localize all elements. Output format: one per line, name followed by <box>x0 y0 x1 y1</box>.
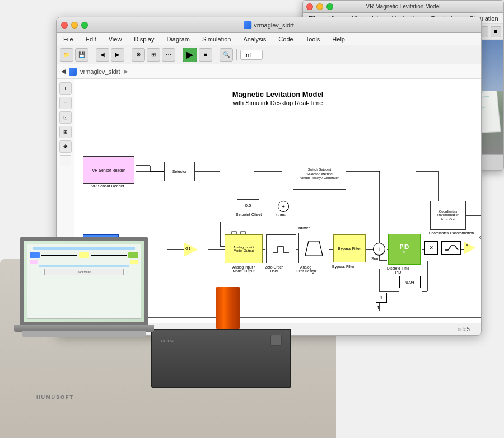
pid-text: PID <box>400 244 409 250</box>
laptop-mini-diagram: Plant Model <box>27 244 141 319</box>
pid-block[interactable]: PID ⊕ <box>388 234 421 265</box>
switch-label: Switch SetpointSelection MethodVirtual R… <box>300 168 339 181</box>
vr-sensor-reader-label: VR Sensor Reader <box>91 184 124 188</box>
coordinates-text: CoordinatesTransformation <box>437 210 459 216</box>
address-back-arrow[interactable]: ◀ <box>61 68 66 75</box>
hardware-box: CE152 <box>151 329 291 388</box>
humusoft-brand-label: HUMUSOFT <box>36 394 74 400</box>
bypass-filter-text: Bypass Filter <box>338 247 361 251</box>
selector-block[interactable]: Selector <box>164 162 195 181</box>
coordinates-block[interactable]: CoordinatesTransformation In → Out <box>430 201 466 230</box>
vr-maximize-button[interactable] <box>326 3 333 10</box>
toolbar-play-button[interactable]: ▶ <box>183 48 197 62</box>
mini-block-2 <box>39 265 129 267</box>
simulink-maximize-button[interactable] <box>81 22 88 29</box>
multiply-block[interactable]: × <box>424 241 438 255</box>
vr-sensor-reader-block[interactable]: VR Sensor Reader <box>83 156 134 184</box>
simulink-menu-bar: File Edit View Display Diagram Simulatio… <box>57 33 481 45</box>
mini-plant-box: Plant Model <box>44 269 123 275</box>
analog-input-model-label: Analog Input /Model Output <box>225 265 263 273</box>
sum-main-block[interactable]: + <box>373 243 385 255</box>
toolbar-layout-btn[interactable]: ⊞ <box>147 48 160 62</box>
sum2-block[interactable]: + <box>278 201 289 212</box>
address-model-name: vrmaglev_sldrt <box>80 68 120 75</box>
simulink-address-bar: ◀ vrmaglev_sldrt ▶ <box>57 64 481 79</box>
selector-label: Selector <box>172 169 187 173</box>
simulink-titlebar: vrmaglev_sldrt <box>57 17 481 33</box>
menu-view[interactable]: View <box>106 35 124 44</box>
simulink-icon <box>244 21 251 29</box>
simulink-window-title: vrmaglev_sldrt <box>244 21 294 29</box>
toolbar-save-btn[interactable]: 💾 <box>75 48 88 62</box>
mini-blue-1 <box>30 252 40 258</box>
zoh-block[interactable] <box>266 234 296 263</box>
transfer-block[interactable] <box>441 241 461 255</box>
sum-label: Sum <box>371 257 379 261</box>
simulink-minimize-button[interactable] <box>71 22 78 29</box>
address-model-icon <box>69 68 77 76</box>
address-chevron: ▶ <box>124 68 128 74</box>
analog-filter-block[interactable] <box>298 233 329 263</box>
buffer-label: buffer <box>298 225 310 230</box>
mini-row-2 <box>30 260 138 264</box>
simulink-toolbar: 📁 💾 ◀ ▶ ⚙ ⊞ ⋯ ▶ ■ 🔍 Inf <box>57 45 481 64</box>
menu-analysis[interactable]: Analysis <box>241 35 268 44</box>
sidebar-fit-all[interactable]: ⊞ <box>59 126 72 138</box>
toolbar-zoom-btn[interactable]: 🔍 <box>220 48 233 62</box>
menu-diagram[interactable]: Diagram <box>164 35 192 44</box>
toolbar-sep2 <box>128 49 128 60</box>
sidebar-checkbox[interactable] <box>60 155 71 166</box>
laptop-screen-content: Plant Model <box>24 241 144 322</box>
menu-simulation[interactable]: Simulation <box>200 35 233 44</box>
sidebar-zoom-out[interactable]: − <box>59 97 72 109</box>
zoh-label: Zero-OrderHold <box>265 265 283 273</box>
menu-file[interactable]: File <box>61 35 76 44</box>
toolbar-simulation-time[interactable]: Inf <box>240 50 263 60</box>
sidebar-zoom-in[interactable]: + <box>59 82 72 95</box>
magnetic-plant-block[interactable]: y - output voltage u - Input voltage [MU… <box>130 317 481 323</box>
toolbar-stop-btn[interactable]: ■ <box>199 48 212 62</box>
toolbar-back-btn[interactable]: ◀ <box>96 48 109 62</box>
vr-nav-btn10[interactable]: ⏹ <box>491 26 501 37</box>
menu-code[interactable]: Code <box>276 35 295 44</box>
vr-close-button[interactable] <box>306 3 313 10</box>
bypass-filter-label: Bypass Filter <box>332 265 354 269</box>
menu-edit[interactable]: Edit <box>83 35 99 44</box>
sidebar-fit[interactable]: ⊡ <box>59 111 72 124</box>
g2-label: G2 <box>479 236 481 239</box>
menu-display[interactable]: Display <box>132 35 156 44</box>
toolbar-forward-btn[interactable]: ▶ <box>111 48 124 62</box>
mini-wire3 <box>39 262 129 262</box>
toolbar-dots-btn[interactable]: ⋯ <box>162 48 175 62</box>
toolbar-settings-btn[interactable]: ⚙ <box>132 48 145 62</box>
mini-wire <box>41 255 77 256</box>
vr-window-title: VR Magnetic Levitation Model <box>366 3 441 10</box>
setpoint-const-block[interactable]: 0.5 <box>237 199 259 211</box>
sidebar-pan[interactable]: ✥ <box>59 140 72 153</box>
menu-help[interactable]: Help <box>330 35 347 44</box>
bypass-filter-block[interactable]: Bypass Filter <box>333 234 366 262</box>
switch-setpoint-block[interactable]: Switch SetpointSelection MethodVirtual R… <box>293 159 346 190</box>
svg-text:1: 1 <box>377 305 380 310</box>
vr-minimize-button[interactable] <box>316 3 323 10</box>
vr-window-controls[interactable] <box>306 3 333 10</box>
hw-connector1 <box>270 335 282 346</box>
pid-label: Discrete-TimePID <box>387 266 409 274</box>
gain1-block[interactable]: 1 <box>376 293 387 303</box>
mini-pink-1 <box>30 260 38 264</box>
mini-block-1 <box>33 247 135 250</box>
toolbar-sep5 <box>236 49 237 60</box>
mini-wire2 <box>91 255 127 256</box>
toolbar-new-btn[interactable]: 📁 <box>60 48 73 62</box>
analog-input-model-text: Analog Input /Model Output <box>233 246 254 252</box>
mini-yellow-1 <box>79 252 89 258</box>
mini-row-1 <box>30 252 138 258</box>
menu-tools[interactable]: Tools <box>304 35 323 44</box>
simulink-close-button[interactable] <box>61 22 68 29</box>
coordinates-label: Coordinates Transformation <box>429 231 474 235</box>
gain094-block[interactable]: 0.94 <box>399 276 421 288</box>
simulink-window-controls[interactable] <box>61 22 88 29</box>
analog-input-model-block[interactable]: Analog Input /Model Output <box>225 234 263 263</box>
toolbar-sep4 <box>216 49 216 60</box>
g1-label: G1 <box>185 247 190 251</box>
